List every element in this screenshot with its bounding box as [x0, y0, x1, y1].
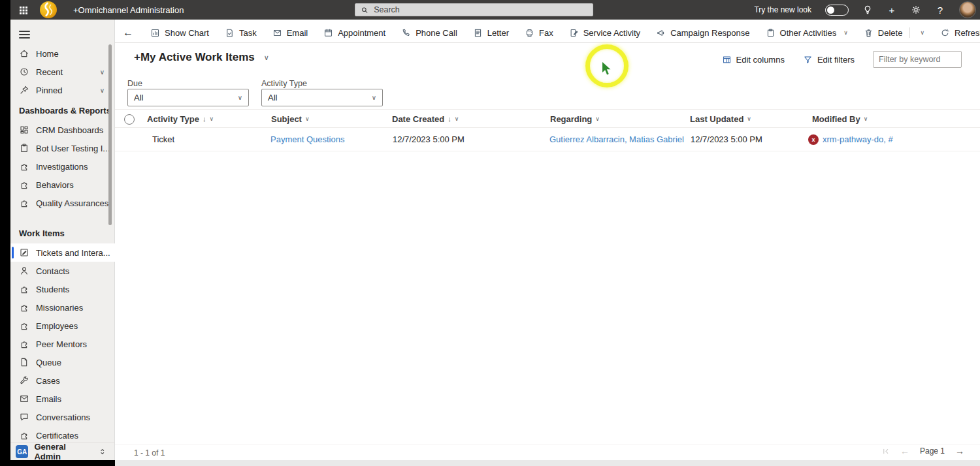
sidebar-item-home[interactable]: Home — [10, 44, 115, 63]
due-filter-value: All — [134, 93, 143, 102]
letterbox-bottom — [0, 460, 115, 466]
sidebar-item-conversations[interactable]: Conversations — [10, 408, 115, 426]
appointment-calendar-icon — [323, 28, 333, 38]
new-look-toggle[interactable] — [825, 5, 849, 16]
subject-link[interactable]: Payment Questions — [270, 128, 344, 151]
search-input[interactable] — [372, 5, 587, 15]
sidebar-item-cases[interactable]: Cases — [10, 371, 115, 390]
table-row[interactable]: Ticket Payment Questions 12/7/2023 5:00 … — [115, 128, 980, 151]
column-header-regarding[interactable]: Regarding ∨ — [550, 110, 600, 128]
add-icon[interactable]: + — [887, 5, 897, 15]
cmd-service-activity[interactable]: Service Activity — [561, 28, 648, 38]
edit-filters-button[interactable]: Edit filters — [803, 55, 855, 65]
puzzle-icon — [19, 339, 29, 349]
sidebar-item-tickets-and-interactions[interactable]: Tickets and Intera... — [10, 243, 115, 262]
modified-by-link[interactable]: xrm-pathway-do, # — [823, 134, 893, 144]
command-bar: ← Show Chart Task Email Appointment Phon… — [115, 20, 980, 43]
sidebar-item-crm-dashboards[interactable]: CRM Dashboards — [10, 121, 115, 139]
sidebar-item-label: Bot User Testing I... — [36, 144, 110, 153]
edit-filters-funnel-icon — [803, 55, 813, 65]
cell-modified-by: x xrm-pathway-do, # — [808, 128, 893, 151]
hamburger-menu-icon[interactable] — [19, 29, 30, 40]
back-button[interactable]: ← — [115, 27, 142, 39]
letterbox-strip — [0, 0, 10, 466]
cmd-label: Letter — [487, 28, 509, 38]
sort-descending-icon: ↓ — [203, 115, 206, 123]
user-switcher[interactable]: GA General Admin — [10, 443, 115, 460]
sidebar-item-label: Tickets and Intera... — [36, 248, 110, 258]
edit-columns-button[interactable]: Edit columns — [722, 55, 785, 65]
column-header-activity-type[interactable]: Activity Type ↓ ∨ — [147, 110, 214, 128]
column-header-date-created[interactable]: Date Created ↓ ∨ — [392, 110, 459, 128]
clipboard-icon — [19, 143, 29, 153]
global-search[interactable] — [355, 3, 593, 16]
due-filter-dropdown[interactable]: All ∨ — [127, 89, 249, 106]
sidebar-item-pinned[interactable]: Pinned ∨ — [10, 81, 115, 99]
cmd-phone-call[interactable]: Phone Call — [393, 28, 465, 38]
settings-gear-icon[interactable] — [911, 5, 921, 15]
cmd-show-chart[interactable]: Show Chart — [142, 28, 217, 38]
sidebar-item-recent[interactable]: Recent ∨ — [10, 63, 115, 81]
previous-page-icon[interactable]: ← — [900, 446, 909, 456]
column-header-subject[interactable]: Subject ∨ — [271, 110, 310, 128]
cmd-letter[interactable]: Letter — [465, 28, 517, 38]
document-icon — [19, 357, 29, 367]
sidebar-scrollbar[interactable] — [108, 44, 112, 225]
cmd-email[interactable]: Email — [265, 28, 316, 38]
sidebar-item-label: Employees — [36, 321, 78, 331]
puzzle-icon — [19, 320, 29, 331]
cmd-campaign-response[interactable]: Campaign Response — [648, 28, 757, 38]
section-title-work-items: Work Items — [10, 212, 115, 243]
sidebar-item-peer-mentors[interactable]: Peer Mentors — [10, 335, 115, 353]
first-page-icon[interactable] — [881, 447, 890, 456]
ticket-note-icon — [19, 247, 29, 258]
sidebar-item-queue[interactable]: Queue — [10, 353, 115, 371]
window-bottom-edge — [115, 460, 980, 466]
other-activities-icon — [766, 28, 776, 38]
show-chart-icon — [150, 28, 160, 38]
chevron-down-icon: ∨ — [595, 116, 600, 122]
puzzle-icon — [19, 161, 29, 172]
cmd-other-activities[interactable]: Other Activities ∨ — [758, 28, 856, 38]
cmd-task[interactable]: Task — [217, 28, 265, 38]
user-avatar[interactable] — [959, 1, 976, 18]
help-icon[interactable]: ? — [935, 5, 945, 15]
sidebar-item-students[interactable]: Students — [10, 280, 115, 298]
cmd-fax[interactable]: Fax — [517, 28, 561, 38]
sidebar-item-bot-user-testing[interactable]: Bot User Testing I... — [10, 139, 115, 157]
sidebar-item-label: Queue — [36, 358, 61, 367]
sidebar-item-contacts[interactable]: Contacts — [10, 262, 115, 280]
column-header-last-updated[interactable]: Last Updated ∨ — [690, 110, 751, 128]
cmd-appointment[interactable]: Appointment — [316, 28, 393, 38]
cmd-delete[interactable]: Delete ∨ — [856, 27, 932, 38]
chevron-down-icon: ∨ — [864, 116, 868, 122]
cmd-label: Other Activities — [780, 28, 837, 38]
activity-type-filter-dropdown[interactable]: All ∨ — [261, 89, 383, 106]
cmd-label: Task — [239, 28, 257, 38]
puzzle-icon — [19, 284, 29, 294]
sidebar-item-label: Quality Assurances — [36, 198, 108, 208]
puzzle-icon — [19, 198, 29, 208]
next-page-icon[interactable]: → — [955, 446, 964, 456]
sidebar-item-quality-assurances[interactable]: Quality Assurances — [10, 194, 115, 212]
column-label: Last Updated — [690, 114, 743, 124]
service-activity-icon — [569, 28, 579, 38]
lightbulb-icon[interactable] — [862, 5, 873, 15]
filter-keyword-input[interactable] — [873, 51, 962, 68]
sidebar-item-emails[interactable]: Emails — [10, 390, 115, 408]
refresh-icon — [940, 28, 950, 38]
cmd-refresh[interactable]: Refresh — [932, 28, 980, 38]
chevron-down-icon[interactable]: ∨ — [920, 29, 924, 36]
regarding-link[interactable]: Gutierrez Albarracin, Matias Gabriel — [549, 128, 684, 151]
cell-activity-type: Ticket — [152, 128, 174, 151]
sidebar-item-missionaries[interactable]: Missionaries — [10, 298, 115, 317]
sidebar-item-investigations[interactable]: Investigations — [10, 157, 115, 176]
task-icon — [225, 28, 235, 38]
app-launcher-waffle-icon[interactable] — [18, 4, 29, 16]
sidebar-item-employees[interactable]: Employees — [10, 317, 115, 335]
view-selector[interactable]: +My Active Work Items ∨ — [134, 51, 269, 64]
select-all-checkbox[interactable] — [124, 114, 135, 125]
sidebar-item-behaviors[interactable]: Behaviors — [10, 176, 115, 194]
search-icon — [361, 6, 368, 14]
column-header-modified-by[interactable]: Modified By ∨ — [812, 110, 868, 128]
